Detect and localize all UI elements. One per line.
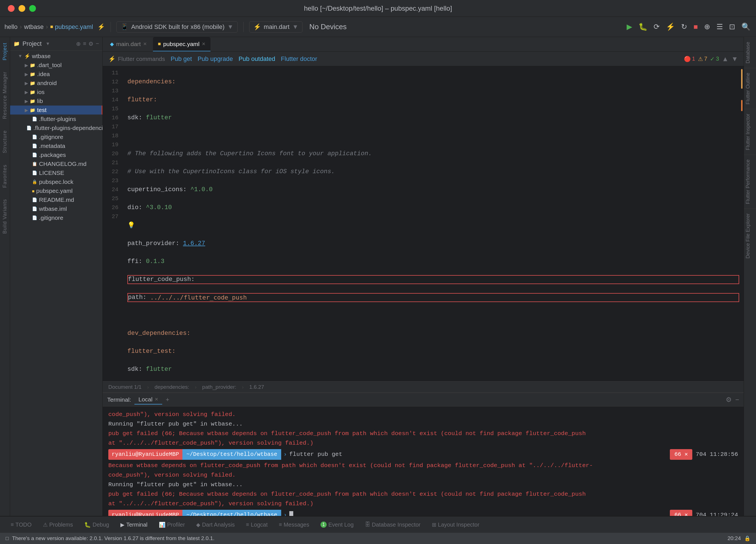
tree-label-ios: ios	[37, 89, 45, 95]
collapse-icon[interactable]: ≡	[83, 40, 86, 47]
breadcrumb-pubspec[interactable]: pubspec.yaml	[55, 23, 93, 31]
tab-pubspec-yaml[interactable]: ■ pubspec.yaml ✕	[153, 37, 210, 51]
folder-test-icon: 📁	[30, 108, 35, 113]
todo-icon: ≡	[11, 522, 14, 528]
search-button[interactable]: 🔍	[740, 21, 752, 32]
layout-inspector-label: Layout Inspector	[438, 522, 480, 528]
tree-item-wtbase[interactable]: ▼ ⚡ wtbase	[10, 52, 102, 61]
tree-item-pubspec-yaml[interactable]: ■ pubspec.yaml	[10, 186, 102, 195]
close-button[interactable]	[8, 5, 15, 12]
tree-item-metadata[interactable]: 📄 .metadata	[10, 141, 102, 150]
attach-button[interactable]: ⊕	[703, 21, 711, 32]
terminal-minimize-icon[interactable]: −	[735, 396, 739, 404]
debug-tab[interactable]: 🐛 Debug	[79, 520, 114, 530]
pub-get-btn[interactable]: Pub get	[171, 55, 192, 63]
resource-manager-tab[interactable]: Resource Manager	[1, 66, 9, 125]
terminal-content[interactable]: code_push"), version solving failed. Run…	[103, 406, 744, 516]
code-line-27: sdk: flutter	[127, 365, 739, 374]
layout-inspector-icon: ⊞	[432, 522, 436, 528]
yaml-icon: ■	[50, 24, 53, 30]
flutter-inspector-btn[interactable]: Flutter Inspector	[744, 109, 756, 155]
sdk-selector[interactable]: 📱 Android SDK built for x86 (mobile) ▼	[116, 21, 237, 33]
layout-inspector-tab[interactable]: ⊞ Layout Inspector	[427, 520, 485, 530]
tree-item-wtbase-iml[interactable]: 📄 wtbase.iml	[10, 204, 102, 213]
project-tab[interactable]: Project	[1, 37, 9, 66]
tree-item-ios[interactable]: ▶ 📁 ios	[10, 88, 102, 97]
messages-tab[interactable]: ≡ Messages	[274, 520, 314, 530]
tree-item-license[interactable]: 📄 LICENSE	[10, 168, 102, 177]
tree-item-android[interactable]: ▶ 📁 android	[10, 79, 102, 88]
logcat-tab[interactable]: ≡ Logcat	[241, 520, 273, 530]
add-icon[interactable]: ⊕	[76, 40, 81, 47]
stop-button[interactable]: ■	[692, 21, 699, 32]
terminal-panel: Terminal: Local ✕ + ⚙ − code_push"), ver…	[103, 392, 744, 516]
tree-item-changelog[interactable]: 📋 CHANGELOG.md	[10, 159, 102, 168]
terminal-settings-icon[interactable]: ⚙	[726, 396, 732, 404]
tree-item-test[interactable]: ▶ 📁 test	[10, 106, 102, 115]
code-line-12: flutter:	[127, 95, 739, 104]
tree-item-flutter-plugins-dep[interactable]: 📄 .flutter-plugins-dependencies	[10, 124, 102, 132]
hot-restart-button[interactable]: ↻	[680, 21, 688, 32]
tree-item-gitignore-2[interactable]: 📄 .gitignore	[10, 213, 102, 222]
code-line-25: dev_dependencies:	[127, 329, 739, 338]
run-button[interactable]: ▶	[626, 21, 633, 32]
settings-icon[interactable]: ⚙	[88, 40, 93, 47]
ok-badge[interactable]: ✓ 3	[710, 56, 719, 62]
debug-button[interactable]: 🐛	[637, 21, 649, 32]
device-file-explorer-btn[interactable]: Device File Explorer	[744, 209, 756, 263]
favorites-tab[interactable]: Favorites	[1, 159, 9, 193]
database-inspector-tab[interactable]: 🗄 Database Inspector	[360, 520, 425, 530]
flutter-outline-btn[interactable]: Flutter Outline	[744, 68, 756, 109]
flutter-performance-btn[interactable]: Flutter Performance	[744, 155, 756, 209]
breadcrumb-hello[interactable]: hello	[4, 23, 17, 31]
dart-analysis-tab[interactable]: ◆ Dart Analysis	[191, 520, 240, 530]
hot-reload-button[interactable]: ⚡	[665, 21, 676, 32]
todo-tab[interactable]: ≡ TODO	[6, 520, 37, 530]
file-icon: 📄	[32, 116, 37, 122]
pub-outdated-btn[interactable]: Pub outdated	[239, 55, 275, 63]
todo-label: TODO	[15, 522, 31, 528]
prompt-arrow-2: ›	[283, 510, 287, 516]
profiler-tab[interactable]: 📊 Profiler	[154, 520, 190, 530]
panel-dropdown-icon[interactable]: ▼	[45, 41, 50, 46]
warning-badge[interactable]: ⚠ 7	[698, 56, 707, 62]
tree-item-gitignore[interactable]: 📄 .gitignore	[10, 132, 102, 141]
code-editor[interactable]: 11 12 13 14 15 16 17 18 19 20 21 22 23 2…	[103, 66, 744, 381]
dart-selector[interactable]: ⚡ main.dart ▼	[249, 21, 303, 33]
bottom-tab-bar: ≡ TODO ⚠ Problems 🐛 Debug ▶ Terminal 📊 P…	[0, 516, 756, 533]
tab-close-pubspec[interactable]: ✕	[202, 41, 205, 47]
close-panel-icon[interactable]: −	[96, 40, 99, 47]
tab-main-dart[interactable]: ◆ main.dart ✕	[105, 37, 152, 51]
breadcrumb-wtbase[interactable]: wtbase	[24, 23, 44, 31]
device-manager-button[interactable]: ☰	[715, 21, 724, 32]
tree-item-dart-tool[interactable]: ▶ 📁 .dart_tool	[10, 61, 102, 70]
tree-item-readme[interactable]: 📄 README.md	[10, 195, 102, 204]
tree-item-packages[interactable]: 📄 .packages	[10, 150, 102, 159]
layout-button[interactable]: ⊡	[728, 21, 736, 32]
terminal-tab[interactable]: ▶ Terminal	[115, 520, 153, 530]
tree-item-lib[interactable]: ▶ 📁 lib	[10, 97, 102, 106]
pub-upgrade-btn[interactable]: Pub upgrade	[198, 55, 233, 63]
profile-button[interactable]: ⟳	[652, 21, 661, 32]
code-content[interactable]: dependencies: flutter: sdk: flutter # Th…	[123, 66, 744, 381]
minimize-button[interactable]	[19, 5, 25, 12]
event-log-tab[interactable]: 1 Event Log	[315, 520, 359, 530]
flutter-doctor-btn[interactable]: Flutter doctor	[281, 55, 317, 63]
collapse-errors-btn[interactable]: ▼	[731, 55, 738, 63]
tab-close-main-dart[interactable]: ✕	[143, 41, 147, 47]
expand-arrow: ▶	[25, 72, 28, 77]
tree-item-idea[interactable]: ▶ 📁 .idea	[10, 70, 102, 79]
database-panel-btn[interactable]: Database	[744, 37, 756, 68]
tree-item-pubspec-lock[interactable]: 🔒 pubspec.lock	[10, 177, 102, 186]
structure-tab[interactable]: Structure	[1, 125, 9, 159]
maximize-button[interactable]	[29, 5, 36, 12]
terminal-add-btn[interactable]: +	[166, 396, 169, 403]
terminal-tab-local[interactable]: Local ✕	[134, 395, 162, 404]
error-badge[interactable]: 🔴 1	[684, 56, 695, 62]
build-variants-tab[interactable]: Build Variants	[1, 193, 9, 239]
tree-item-flutter-plugins[interactable]: 📄 .flutter-plugins	[10, 115, 102, 124]
flutter-cmd-icon: ⚡	[108, 56, 116, 62]
terminal-tab-close[interactable]: ✕	[155, 397, 158, 402]
expand-errors-btn[interactable]: ▲	[722, 55, 728, 63]
problems-tab[interactable]: ⚠ Problems	[38, 520, 78, 530]
